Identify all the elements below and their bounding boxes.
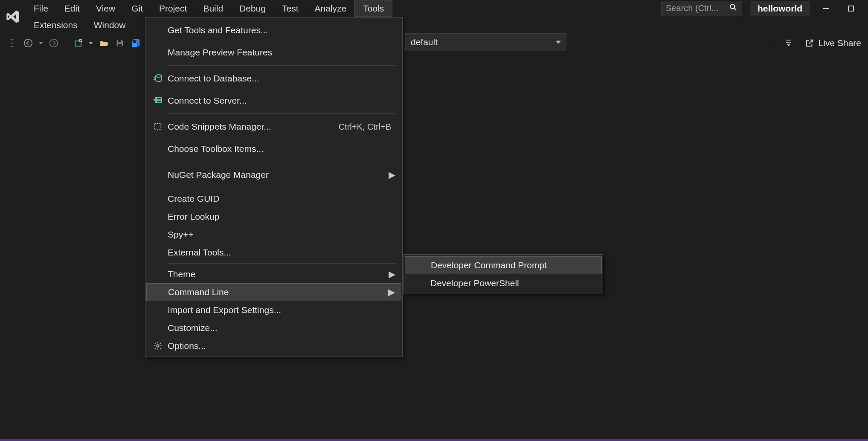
svg-rect-30 (155, 124, 161, 130)
svg-point-31 (157, 345, 159, 347)
svg-point-5 (12, 39, 14, 41)
submenu-item-developer-command-prompt[interactable]: Developer Command Prompt (405, 256, 602, 274)
live-share-label: Live Share (819, 38, 861, 48)
tools-menu-popup: Get Tools and Features... Manage Preview… (145, 17, 403, 357)
toolbar-overflow-icon[interactable] (782, 36, 795, 50)
menu-separator (168, 113, 396, 114)
save-all-button[interactable] (129, 36, 143, 50)
svg-rect-19 (118, 44, 122, 46)
svg-marker-21 (556, 41, 561, 44)
svg-rect-23 (786, 42, 791, 43)
menu-separator (168, 65, 396, 66)
server-icon (148, 96, 168, 106)
menu-item-customize[interactable]: Customize... (146, 319, 401, 337)
menu-item-code-snippets[interactable]: Code Snippets Manager... Ctrl+K, Ctrl+B (146, 116, 401, 138)
search-input[interactable]: Search (Ctrl... (661, 1, 742, 16)
command-line-submenu: Developer Command Prompt Developer Power… (404, 254, 603, 294)
svg-marker-17 (89, 42, 93, 44)
database-icon (148, 73, 168, 84)
new-project-dropdown[interactable] (87, 36, 94, 50)
menu-separator (168, 188, 396, 188)
nav-back-button[interactable] (21, 36, 35, 50)
svg-point-12 (50, 39, 58, 47)
toolbar-separator (66, 37, 66, 49)
menu-git[interactable]: Git (123, 0, 151, 17)
menu-item-external-tools[interactable]: External Tools... (146, 244, 401, 261)
menu-item-nuget[interactable]: NuGet Package Manager ▶ (146, 164, 401, 186)
open-file-button[interactable] (97, 36, 110, 50)
svg-point-6 (11, 43, 12, 44)
menu-item-create-guid[interactable]: Create GUID (146, 190, 401, 208)
menu-window[interactable]: Window (86, 17, 134, 33)
gear-icon (148, 341, 168, 351)
menu-view[interactable]: View (88, 0, 123, 17)
svg-point-7 (12, 43, 14, 44)
svg-point-10 (24, 39, 32, 47)
menu-file[interactable]: File (26, 0, 56, 17)
nav-forward-button[interactable] (47, 36, 61, 50)
menu-separator (168, 263, 396, 264)
menu-shortcut: Ctrl+K, Ctrl+B (339, 122, 395, 132)
svg-marker-11 (39, 42, 43, 44)
menu-item-import-export[interactable]: Import and Export Settings... (146, 301, 401, 319)
menu-item-options[interactable]: Options... (146, 337, 401, 355)
svg-point-28 (156, 99, 157, 99)
svg-rect-20 (133, 41, 136, 43)
menu-test[interactable]: Test (274, 0, 307, 17)
window-minimize-button[interactable] (818, 1, 835, 16)
save-button[interactable] (113, 36, 127, 50)
menu-item-connect-server[interactable]: Connect to Server... (146, 90, 401, 112)
visual-studio-logo-icon (0, 0, 26, 33)
svg-rect-3 (848, 6, 853, 11)
svg-rect-18 (118, 40, 121, 43)
menu-project[interactable]: Project (151, 0, 195, 17)
svg-point-8 (11, 46, 12, 47)
menu-item-command-line[interactable]: Command Line ▶ (146, 283, 401, 301)
submenu-arrow-icon: ▶ (387, 287, 395, 297)
menu-extensions[interactable]: Extensions (26, 17, 86, 33)
new-project-button[interactable] (71, 36, 85, 50)
svg-point-29 (156, 102, 157, 102)
svg-point-25 (156, 75, 162, 77)
svg-point-9 (12, 46, 14, 47)
submenu-item-developer-powershell[interactable]: Developer PowerShell (405, 274, 602, 292)
title-bar: File Edit View Git Project Build Debug T… (0, 0, 868, 33)
solution-configuration-dropdown[interactable]: default (405, 33, 566, 51)
menu-item-spy[interactable]: Spy++ (146, 226, 401, 244)
svg-marker-24 (787, 44, 790, 46)
svg-point-4 (11, 39, 12, 41)
solution-configuration-value: default (411, 37, 438, 47)
snippet-icon (148, 122, 168, 131)
title-right: Search (Ctrl... helloworld (661, 0, 868, 17)
menu-debug[interactable]: Debug (231, 0, 274, 17)
window-maximize-button[interactable] (842, 1, 859, 16)
menu-item-get-tools[interactable]: Get Tools and Features... (146, 19, 401, 41)
menu-item-error-lookup[interactable]: Error Lookup (146, 208, 401, 226)
toolbar-separator (773, 37, 773, 49)
menu-edit[interactable]: Edit (56, 0, 88, 17)
search-placeholder: Search (Ctrl... (666, 3, 718, 13)
menu-item-manage-preview[interactable]: Manage Preview Features (146, 41, 401, 64)
solution-name: helloworld (750, 1, 810, 16)
menu-build[interactable]: Build (195, 0, 231, 17)
svg-rect-22 (786, 40, 791, 41)
toolbar-right: Live Share (770, 33, 865, 53)
menu-item-theme[interactable]: Theme ▶ (146, 265, 401, 283)
drag-handle-icon[interactable] (5, 36, 19, 50)
status-bar (0, 439, 868, 441)
menu-item-choose-toolbox[interactable]: Choose Toolbox Items... (146, 138, 401, 160)
live-share-button[interactable]: Live Share (801, 38, 865, 48)
menu-analyze[interactable]: Analyze (306, 0, 354, 17)
menu-separator (168, 162, 396, 162)
submenu-arrow-icon: ▶ (388, 170, 395, 180)
menu-tools[interactable]: Tools (354, 0, 392, 17)
share-icon (805, 38, 814, 48)
menu-item-connect-database[interactable]: Connect to Database... (146, 67, 401, 90)
search-icon (729, 3, 737, 14)
chevron-down-icon (556, 40, 561, 45)
menu-row-1: File Edit View Git Project Build Debug T… (26, 0, 392, 17)
svg-line-1 (734, 8, 736, 10)
submenu-arrow-icon: ▶ (388, 269, 395, 279)
nav-back-dropdown[interactable] (38, 36, 44, 50)
